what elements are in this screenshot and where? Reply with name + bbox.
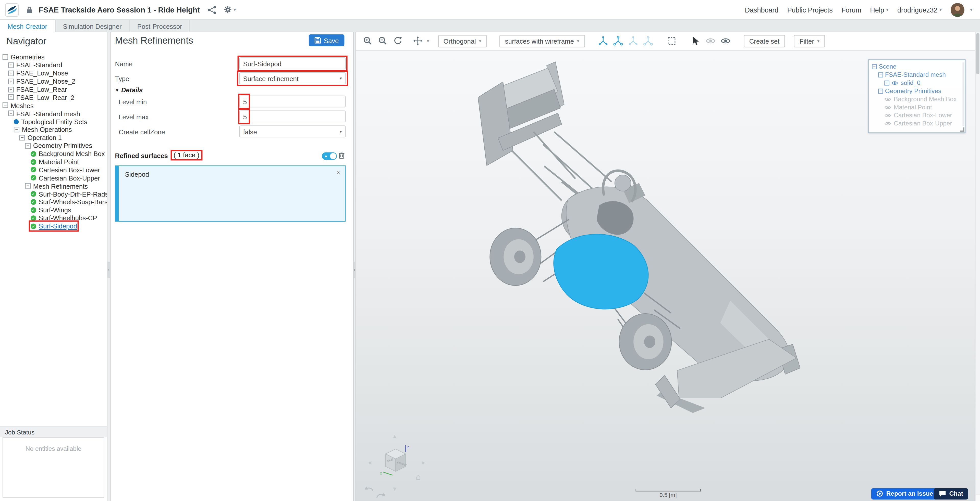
collapse-toggle-icon[interactable]: − — [25, 183, 30, 189]
box-select-icon[interactable] — [666, 35, 677, 46]
hide-entity-eye-icon[interactable] — [705, 35, 716, 46]
eye-icon[interactable] — [891, 80, 899, 86]
tree-item-mesh-operations[interactable]: −Mesh Operations — [0, 125, 107, 133]
expand-toggle-icon[interactable]: + — [8, 79, 14, 84]
tree-item-surf-wings[interactable]: ✓Surf-Wings — [0, 206, 107, 214]
show-entity-eye-icon[interactable] — [720, 35, 731, 46]
home-view-icon[interactable]: ⌂ — [416, 473, 421, 481]
header-link-help[interactable]: Help▾ — [870, 6, 889, 13]
axes-triad-light-icon[interactable] — [627, 35, 638, 46]
tab-mesh-creator[interactable]: Mesh Creator — [0, 20, 56, 32]
tree-item-fsae-low-nose[interactable]: +FSAE_Low_Nose — [0, 69, 107, 77]
tree-item-material-point[interactable]: ✓Material Point — [0, 158, 107, 166]
collapse-toggle-icon[interactable]: − — [14, 127, 19, 132]
scene-tree-resize-handle[interactable] — [960, 127, 964, 132]
tree-item-surf-body-diff-ep-radsup-d[interactable]: ✓Surf-Body-Diff-EP-Radsup-D... — [0, 190, 107, 198]
zoom-out-icon[interactable] — [377, 35, 388, 46]
orientation-cube-icon[interactable]: z SIDE FRONT x — [378, 442, 413, 480]
filter-dropdown[interactable]: Filter ▾ — [794, 35, 825, 47]
collapse-toggle-icon[interactable]: − — [878, 72, 883, 77]
caret-down-icon[interactable]: ▾ — [970, 7, 973, 12]
collapse-toggle-icon[interactable]: − — [25, 143, 30, 148]
reset-view-icon[interactable] — [392, 35, 403, 46]
tree-item-surf-wheels-susp-bars[interactable]: ✓Surf-Wheels-Susp-Bars — [0, 198, 107, 206]
selected-sidepod-face[interactable] — [554, 234, 649, 309]
eye-icon[interactable] — [884, 121, 892, 126]
tree-item-geometries[interactable]: −Geometries — [0, 53, 107, 61]
expand-toggle-icon[interactable]: + — [884, 80, 889, 86]
tree-item-operation-1[interactable]: −Operation 1 — [0, 133, 107, 142]
create-set-button[interactable]: Create set — [744, 35, 785, 47]
header-link-forum[interactable]: Forum — [842, 6, 861, 13]
axes-triad-light-points-icon[interactable] — [642, 35, 654, 46]
cursor-select-icon[interactable] — [690, 35, 701, 46]
level-max-input[interactable] — [239, 110, 345, 122]
collapse-toggle-icon[interactable]: − — [8, 111, 14, 116]
tree-item-surf-sidepod[interactable]: ✓Surf-Sidepod — [0, 222, 107, 230]
expand-toggle-icon[interactable]: + — [8, 62, 14, 68]
details-section-header[interactable]: ▼ Details — [115, 86, 143, 94]
app-logo-icon[interactable] — [5, 3, 19, 17]
scene-item-material-point[interactable]: Material Point — [870, 103, 963, 111]
rotate-cw-icon[interactable] — [375, 491, 386, 501]
remove-selection-button[interactable]: x — [337, 168, 340, 175]
viewport-canvas[interactable]: −Scene−FSAE-Standard mesh+solid_0−Geomet… — [355, 51, 980, 501]
navigator-splitter[interactable]: ‹ — [107, 32, 110, 501]
collapse-toggle-icon[interactable]: − — [19, 135, 25, 141]
header-link-public-projects[interactable]: Public Projects — [788, 6, 833, 13]
scene-item-solid-0[interactable]: +solid_0 — [870, 79, 963, 87]
eye-icon[interactable] — [884, 105, 892, 109]
tab-simulation-designer[interactable]: Simulation Designer — [56, 20, 130, 32]
tree-item-fsae-standard-mesh[interactable]: −FSAE-Standard mesh — [0, 109, 107, 117]
projection-dropdown[interactable]: Orthogonal ▾ — [438, 35, 487, 47]
collapse-panel-handle[interactable]: ‹ — [107, 262, 110, 278]
collapse-toggle-icon[interactable]: − — [872, 64, 877, 69]
trash-icon[interactable] — [338, 150, 345, 161]
collapse-editor-handle[interactable]: ‹ — [354, 262, 355, 278]
render-mode-dropdown[interactable]: surfaces with wireframe ▾ — [500, 35, 585, 47]
name-input[interactable] — [239, 57, 345, 69]
axes-triad-points-icon[interactable] — [612, 35, 624, 46]
save-button[interactable]: Save — [309, 35, 344, 46]
rotate-ccw-icon[interactable] — [364, 485, 374, 496]
eye-icon[interactable] — [884, 97, 892, 101]
user-avatar[interactable] — [951, 3, 964, 17]
rotate-down-arrow-icon[interactable]: ▼ — [392, 487, 398, 492]
settings-gear-icon[interactable]: ▾ — [224, 6, 236, 14]
create-cellzone-select[interactable]: false ▾ — [239, 125, 345, 138]
scene-tree-scrollbar[interactable] — [963, 62, 964, 126]
eye-icon[interactable] — [884, 113, 892, 118]
chat-button[interactable]: Chat — [934, 488, 968, 499]
caret-down-icon[interactable]: ▾ — [427, 39, 429, 43]
scene-item-fsae-standard-mesh[interactable]: −FSAE-Standard mesh — [870, 71, 963, 79]
axes-triad-icon[interactable] — [597, 35, 609, 46]
tree-item-mesh-refinements[interactable]: −Mesh Refinements — [0, 182, 107, 190]
tree-item-cartesian-box-upper[interactable]: ✓Cartesian Box-Upper — [0, 174, 107, 182]
collapse-toggle-icon[interactable]: − — [878, 89, 883, 94]
expand-toggle-icon[interactable]: + — [8, 86, 14, 92]
scrollbar-thumb[interactable] — [976, 33, 979, 75]
collapse-toggle-icon[interactable]: − — [3, 103, 8, 108]
tree-item-geometry-primitives[interactable]: −Geometry Primitives — [0, 141, 107, 150]
tree-item-topological-entity-sets[interactable]: Topological Entity Sets — [0, 117, 107, 126]
scene-item-cartesian-box-upper[interactable]: Cartesian Box-Upper — [870, 119, 963, 127]
header-link-drodriguez32[interactable]: drodriguez32▾ — [897, 6, 942, 13]
header-link-dashboard[interactable]: Dashboard — [745, 6, 779, 13]
collapse-toggle-icon[interactable]: − — [3, 54, 8, 60]
refined-surfaces-selection-box[interactable]: Sidepod x — [115, 165, 346, 222]
rotate-left-arrow-icon[interactable]: ◄ — [367, 460, 372, 466]
tree-item-background-mesh-box[interactable]: ✓Background Mesh Box — [0, 150, 107, 158]
scene-item-geometry-primitives[interactable]: −Geometry Primitives — [870, 87, 963, 95]
tree-item-fsae-low-rear[interactable]: +FSAE_Low_Rear — [0, 85, 107, 93]
scene-item-scene[interactable]: −Scene — [870, 62, 963, 71]
tree-item-cartesian-box-lower[interactable]: ✓Cartesian Box-Lower — [0, 166, 107, 174]
type-select[interactable]: Surface refinement ▾ — [239, 72, 345, 84]
scene-item-cartesian-box-lower[interactable]: Cartesian Box-Lower — [870, 111, 963, 119]
job-status-header[interactable]: Job Status — [0, 426, 107, 437]
tab-post-processor[interactable]: Post-Processor — [130, 20, 190, 32]
expand-toggle-icon[interactable]: + — [8, 70, 14, 76]
tree-item-fsae-low-rear-2[interactable]: +FSAE_Low_Rear_2 — [0, 93, 107, 101]
scene-item-background-mesh-box[interactable]: Background Mesh Box — [870, 95, 963, 103]
rotate-up-arrow-icon[interactable]: ▲ — [392, 434, 398, 439]
tree-item-fsae-low-nose-2[interactable]: +FSAE_Low_Nose_2 — [0, 77, 107, 86]
